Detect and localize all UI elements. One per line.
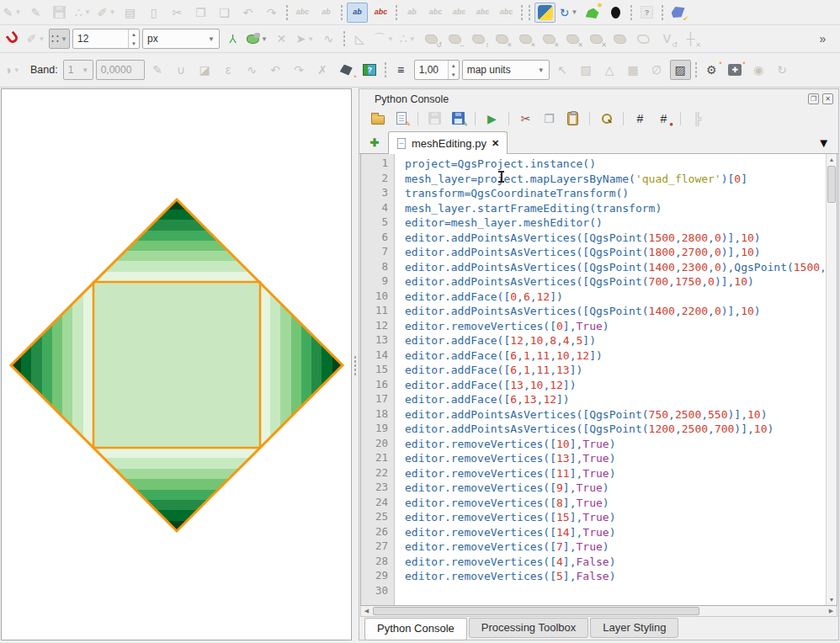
line-width-icon[interactable]: ≡: [391, 60, 412, 80]
code-line: editor.addFace([6,13,12]): [405, 392, 826, 407]
add-tab-icon[interactable]: ✚: [366, 134, 383, 151]
code-line: editor.addPointsAsVertices([QgsPoint(700…: [405, 274, 826, 290]
run-script-icon[interactable]: ▶: [482, 109, 502, 128]
map-refresh-icon[interactable]: ↻▼: [558, 3, 579, 23]
tab-list-dropdown-icon[interactable]: ▼: [817, 136, 830, 150]
mesh-digitizing-toolbar: ◑▼Band:1▼0,0000✎∪◪ε∿↶↷✗▪?≡1,00▲▼map unit…: [0, 53, 840, 88]
copy-icon[interactable]: ❐: [540, 109, 559, 128]
panel-tab-processing-toolbox[interactable]: Processing Toolbox: [469, 618, 589, 638]
snapping-toolbar: ✐▼∷▼12▲▼px▼Y▼✕➤▼∿◺⌒▼∴▼↺↔↕✳✳✳✕✕V↺┼✕»: [0, 25, 840, 53]
undo-icon: ↶: [265, 60, 286, 80]
line-number: 1: [361, 157, 394, 172]
comment-icon[interactable]: #: [630, 109, 650, 128]
line-number: 9: [361, 274, 394, 290]
select-cursor-icon: ↖: [552, 60, 573, 80]
mesh-help-icon[interactable]: ?: [359, 60, 380, 80]
badge-icon: ↺: [672, 42, 678, 49]
code-line: transform=QgsCoordinateTransform(): [405, 186, 826, 201]
badge-icon: ✕: [577, 42, 583, 49]
tab-close-icon[interactable]: ✕: [492, 138, 499, 149]
scroll-right-icon[interactable]: ▶: [826, 606, 837, 616]
map-canvas[interactable]: [1, 88, 352, 640]
toolbar-separator: [475, 112, 476, 125]
badge-icon: ✸: [597, 3, 603, 9]
badge-icon: ▪: [720, 60, 722, 66]
panel-tab-python-console[interactable]: Python Console: [364, 618, 467, 640]
new-shapefile-icon[interactable]: ✸: [582, 3, 603, 23]
mesh-digitizing-icon[interactable]: ✔: [667, 3, 688, 23]
panel-splitter[interactable]: [352, 88, 359, 642]
code-area[interactable]: project=QgsProject.instance()mesh_layer=…: [395, 154, 826, 605]
line-number: 23: [361, 481, 394, 496]
scroll-up-icon[interactable]: ▲: [827, 154, 837, 165]
line-number: 27: [361, 539, 394, 555]
snap-type-button[interactable]: ∷▼: [49, 29, 70, 49]
toggle-editing-icon: ✎: [25, 3, 46, 23]
python-console-icon[interactable]: [534, 3, 556, 23]
float-panel-icon[interactable]: ❐: [808, 93, 819, 104]
mesh-settings-icon[interactable]: ⚙▪: [701, 60, 722, 80]
line-number: 3: [361, 186, 394, 201]
line-number: 19: [361, 422, 394, 437]
avoid-overlap-icon[interactable]: ▼: [246, 29, 268, 49]
panel-header: Python Console ❐ ✕: [359, 89, 838, 107]
line-number: 2: [361, 172, 394, 187]
code-line: editor.removeVertices([9],True): [405, 481, 826, 496]
vertex-cross-icon: ┼✕: [680, 29, 701, 49]
panel-tabs: Python ConsoleProcessing ToolboxLayer St…: [359, 617, 838, 640]
python-console-panel: Python Console ❐ ✕ ✎✎▶✂❐##●╠ ✚ meshEditi…: [359, 88, 839, 640]
panel-tab-layer-styling[interactable]: Layer Styling: [590, 618, 678, 638]
close-panel-icon[interactable]: ✕: [822, 93, 833, 104]
toolbar-overflow-icon[interactable]: »: [812, 29, 833, 49]
save-edits-icon: [49, 3, 70, 23]
rotate-feature-icon: ↺: [421, 29, 442, 49]
line-number: 6: [361, 231, 394, 246]
debug-icon[interactable]: [605, 3, 626, 23]
scroll-left-icon[interactable]: ◀: [361, 606, 372, 616]
tracing-icon: ∿: [318, 29, 339, 49]
force-by-selection-icon[interactable]: ▨: [670, 60, 691, 80]
editor-vscrollbar[interactable]: ▲ ▼: [826, 154, 837, 605]
topological-editing-icon[interactable]: Y: [222, 29, 243, 49]
snap-tolerance-spinbox[interactable]: 12▲▼: [72, 29, 140, 49]
open-in-editor-icon[interactable]: ✎: [391, 109, 411, 128]
code-line: [405, 584, 826, 599]
toolbar-separator: [623, 112, 624, 125]
scroll-down-icon[interactable]: ▼: [827, 594, 837, 605]
code-line: editor.addPointsAsVertices([QgsPoint(150…: [405, 231, 826, 246]
highlight-pinned-labels-icon[interactable]: abc: [370, 3, 391, 23]
paste-icon[interactable]: [563, 109, 582, 128]
copy-features-icon: ❐: [190, 3, 211, 23]
code-line: editor.addFace([6,1,11,10,12]): [405, 348, 826, 364]
fill-ring-icon: ✳: [539, 29, 560, 49]
vscroll-thumb[interactable]: [827, 166, 836, 203]
code-line: editor.removeVertices([10],True): [405, 437, 826, 452]
line-number: 4: [361, 201, 394, 216]
pin-labels-icon[interactable]: ab: [347, 3, 368, 23]
code-editor[interactable]: 1234567891011121314151617181920212223242…: [360, 154, 837, 606]
toolbar-separator: [527, 4, 532, 21]
uncomment-icon[interactable]: #●: [654, 109, 673, 128]
editor-hscrollbar[interactable]: ◀ ▶: [360, 606, 837, 617]
mesh-calculator-icon[interactable]: ▪: [336, 60, 357, 80]
code-line: project=QgsProject.instance(): [405, 157, 826, 172]
mesh-tool-partial-icon: ◑▼: [2, 60, 23, 80]
self-snap-icon: ➤▼: [295, 29, 316, 49]
snapping-toggle-icon[interactable]: [2, 29, 23, 49]
delete-ring-icon: ✕: [562, 29, 583, 49]
save-as-icon[interactable]: ✎: [449, 109, 468, 128]
code-line: editor.addPointsAsVertices([QgsPoint(180…: [405, 245, 826, 260]
qgis-window: ✎▼✎∴▼✐▼▤▯✂❐❑↶↷abcabababcababcabcabcabc↻▼…: [0, 0, 840, 642]
open-script-icon[interactable]: [368, 109, 387, 128]
snap-units-select[interactable]: px▼: [142, 29, 220, 49]
width-spinbox[interactable]: 1,00▲▼: [414, 60, 460, 80]
line-number: 12: [361, 319, 394, 334]
snap-intersection-icon: ✕: [271, 29, 292, 49]
find-text-icon[interactable]: [597, 109, 616, 128]
hscroll-thumb[interactable]: [373, 607, 699, 615]
badge-icon: ✕: [695, 42, 701, 49]
units-select[interactable]: map units▼: [462, 60, 550, 80]
add-mesh-layer-icon[interactable]: ✚▪: [725, 60, 746, 80]
cut-icon[interactable]: ✂: [516, 109, 535, 128]
tab-meshediting[interactable]: meshEditing.py ✕: [388, 131, 508, 154]
